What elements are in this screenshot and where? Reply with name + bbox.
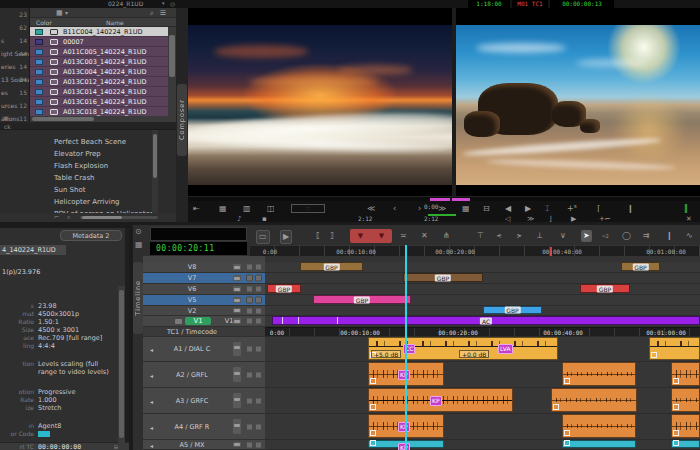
- monitor-box[interactable]: [246, 318, 253, 325]
- clip-color-chip[interactable]: [35, 59, 43, 65]
- lock-box[interactable]: [255, 371, 262, 378]
- timeline-ruler[interactable]: 0:0000:00:10:0000:00:20:0000:00:40:0000:…: [250, 245, 700, 256]
- clip-color-chip[interactable]: [35, 99, 43, 105]
- timeline-fast-menu-icon[interactable]: ⊙: [135, 227, 142, 236]
- transport-button[interactable]: ⌋: [549, 215, 552, 223]
- track-level-slider[interactable]: [233, 367, 241, 382]
- toolbar-button[interactable]: ⇉: [643, 230, 650, 242]
- transport-button[interactable]: ≫: [438, 204, 446, 214]
- track-header-v6[interactable]: V6: [143, 284, 265, 295]
- toolbar-button[interactable]: ⊤: [477, 230, 484, 242]
- track-level-slider[interactable]: [233, 342, 241, 356]
- bin-row[interactable]: A011C005_140224_R1UD: [30, 47, 168, 57]
- transport-button[interactable]: ◫: [267, 204, 275, 214]
- sidebar-bin-item[interactable]: es15: [0, 86, 29, 99]
- sidebar-bin-item[interactable]: 13 Sources84: [0, 73, 29, 86]
- marker-badge[interactable]: KP: [398, 443, 410, 450]
- color-swatch[interactable]: [38, 431, 50, 437]
- timeline-clip[interactable]: [671, 362, 700, 386]
- timeline-clip[interactable]: GBP: [580, 284, 630, 293]
- timeline-clip[interactable]: GBP: [403, 273, 483, 282]
- lock-box[interactable]: [255, 397, 262, 404]
- search-icon[interactable]: ⌕: [150, 9, 154, 17]
- column-header-color[interactable]: Color: [36, 19, 52, 26]
- sidebar-bin-item[interactable]: s14: [0, 34, 29, 47]
- scene-list-item[interactable]: Perfect Beach Scene: [0, 136, 150, 148]
- track-level-slider[interactable]: [233, 318, 241, 324]
- clip-color-chip[interactable]: [35, 29, 43, 35]
- track-header-v2[interactable]: V2: [143, 306, 265, 316]
- bin-row[interactable]: A013C016_140224_R1UD: [30, 97, 168, 107]
- toolbar-button[interactable]: ▶: [280, 230, 292, 244]
- sidebar-bin-item[interactable]: ight Scene44: [0, 47, 29, 60]
- clip-color-chip[interactable]: [35, 49, 43, 55]
- scrollbar-thumb[interactable]: [32, 117, 94, 121]
- transport-button[interactable]: ◀: [505, 204, 511, 214]
- track-level-slider[interactable]: [233, 297, 241, 303]
- transport-button[interactable]: ♪: [237, 215, 241, 223]
- timeline-clip[interactable]: [671, 388, 700, 412]
- track-level-slider[interactable]: [233, 275, 241, 281]
- timeline-clip[interactable]: AC: [272, 316, 700, 325]
- playhead[interactable]: [405, 245, 407, 450]
- transport-button[interactable]: ≫: [527, 215, 534, 223]
- transport-button[interactable]: ▶: [525, 204, 531, 214]
- timeline-clip[interactable]: [649, 337, 700, 360]
- transport-button[interactable]: +⁵: [567, 204, 577, 214]
- scene-list-item[interactable]: Elevator Prep: [0, 148, 150, 160]
- lock-box[interactable]: [255, 264, 262, 271]
- tab-composer[interactable]: Composer: [177, 84, 187, 156]
- source-monitor[interactable]: [188, 8, 452, 196]
- clip-color-chip[interactable]: [35, 79, 43, 85]
- track-level-slider[interactable]: [233, 308, 241, 313]
- lock-box[interactable]: [255, 346, 262, 353]
- scrollbar-thumb[interactable]: [119, 290, 124, 438]
- marker-badge[interactable]: LVA: [498, 344, 513, 354]
- monitor-box[interactable]: [246, 286, 253, 293]
- sidebar-bin-item[interactable]: 23: [0, 8, 29, 21]
- toolbar-button[interactable]: ⪪: [497, 230, 502, 242]
- track-header-a1[interactable]: ◂A1 / DIAL C: [143, 337, 265, 362]
- timeline-clip[interactable]: +5.0 dB+0.0 dB: [368, 337, 558, 360]
- list-view-icon[interactable]: ☰: [160, 9, 166, 17]
- transport-button[interactable]: ≪: [367, 204, 375, 214]
- monitor-box[interactable]: [246, 297, 253, 304]
- track-header-tc1[interactable]: TC1 / Timecode: [143, 327, 265, 337]
- track-level-slider[interactable]: [233, 442, 241, 447]
- clip-color-chip[interactable]: [35, 109, 43, 115]
- clip-color-chip[interactable]: [35, 89, 43, 95]
- transport-button[interactable]: ⌶: [545, 204, 550, 214]
- view-mode-icon[interactable]: ▦: [56, 9, 63, 17]
- clip-color-chip[interactable]: [35, 39, 43, 45]
- monitor-box[interactable]: [246, 346, 253, 353]
- track-header-v1[interactable]: V1V1: [143, 316, 265, 327]
- sidebar-bin-item[interactable]: eries14: [0, 60, 29, 73]
- metadata-tab-button[interactable]: Metadata 2: [60, 230, 122, 241]
- record-monitor[interactable]: [456, 8, 700, 196]
- scene-list-item[interactable]: Helicopter Arriving: [0, 196, 150, 208]
- lock-box[interactable]: [255, 275, 262, 282]
- timeline-clip[interactable]: GBP: [483, 306, 542, 314]
- timeline-clip[interactable]: GBP: [313, 295, 411, 304]
- transport-button[interactable]: ✕: [686, 215, 692, 223]
- monitor-box[interactable]: [246, 307, 253, 314]
- track-header-a4[interactable]: ◂A4 / GRF R: [143, 414, 265, 440]
- track-level-slider[interactable]: [233, 393, 241, 408]
- toolbar-button[interactable]: ▭: [256, 230, 270, 244]
- transport-button[interactable]: +⌐: [599, 215, 611, 223]
- transport-button[interactable]: ›: [418, 204, 421, 214]
- sidebar-bin-item[interactable]: urces12: [0, 99, 29, 112]
- monitor-box[interactable]: [246, 441, 253, 448]
- track-header-v8[interactable]: V8: [143, 262, 265, 273]
- transport-button[interactable]: ▪: [262, 215, 267, 223]
- scene-list-item[interactable]: Sun Shot: [0, 184, 150, 196]
- timecode-mode-display[interactable]: M01 TC1: [512, 0, 548, 8]
- monitor-box[interactable]: [246, 275, 253, 282]
- timeline-view-icon[interactable]: ▦: [135, 240, 143, 249]
- toolbar-button[interactable]: ◅: [602, 230, 608, 242]
- bin-row[interactable]: A013C018_140224_R1UD: [30, 107, 168, 116]
- transport-button[interactable]: ▥: [243, 204, 251, 214]
- scrollbar-thumb[interactable]: [169, 35, 175, 77]
- transport-button[interactable]: ▶: [571, 215, 576, 223]
- marker-badge[interactable]: KP: [398, 370, 410, 380]
